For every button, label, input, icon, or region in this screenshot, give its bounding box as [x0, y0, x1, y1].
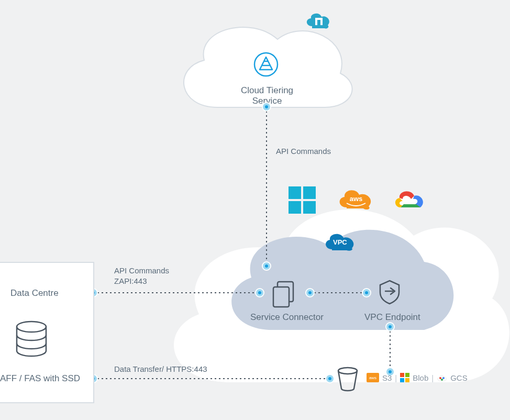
- svg-point-29: [328, 377, 331, 380]
- microsoft-small-icon: [400, 373, 409, 382]
- gcp-icon: [390, 182, 428, 214]
- storage-disk-icon: [13, 319, 50, 361]
- svg-rect-43: [400, 378, 404, 382]
- svg-point-38: [338, 368, 357, 374]
- svg-point-23: [389, 325, 392, 328]
- vpc-endpoint-icon: [375, 277, 404, 306]
- data-transfer-label: Data Transfer/ HTTPS:443: [114, 364, 207, 373]
- api-zapi-label-1: API Commands: [114, 266, 169, 275]
- sep-1: |: [395, 373, 397, 382]
- azure-icon: [285, 183, 319, 217]
- s3-label: S3: [382, 373, 392, 382]
- api-commands-vertical-label: API Commands: [276, 147, 331, 156]
- svg-rect-32: [289, 201, 301, 214]
- gcs-label: GCS: [450, 373, 468, 382]
- service-connector-label: Service Connector: [250, 312, 324, 323]
- vpc-badge-label: VPC: [333, 238, 347, 246]
- svg-text:aws: aws: [369, 375, 376, 380]
- aws-icon: aws: [335, 183, 377, 213]
- svg-rect-31: [303, 186, 316, 199]
- svg-point-45: [439, 377, 441, 379]
- aff-fas-label: AFF / FAS with SSD: [0, 373, 80, 384]
- svg-rect-44: [405, 378, 409, 382]
- svg-rect-41: [400, 373, 404, 377]
- gcp-small-icon: [437, 373, 447, 382]
- service-connector-icon: [268, 277, 301, 309]
- svg-rect-42: [405, 373, 409, 377]
- svg-point-37: [17, 322, 46, 332]
- svg-rect-36: [273, 287, 289, 307]
- svg-point-47: [441, 379, 443, 381]
- api-zapi-label-2: ZAPI:443: [114, 277, 147, 285]
- svg-rect-33: [303, 201, 316, 214]
- svg-point-19: [308, 291, 312, 294]
- svg-text:aws: aws: [350, 195, 363, 203]
- storage-targets: aws S3 | Blob | GCS: [367, 373, 468, 382]
- vpc-endpoint-label: VPC Endpoint: [364, 312, 420, 323]
- data-centre-title: Data Centre: [10, 288, 59, 299]
- bucket-icon: [335, 366, 360, 393]
- svg-point-46: [442, 377, 445, 379]
- svg-point-13: [265, 264, 268, 268]
- svg-point-17: [258, 291, 261, 294]
- aws-small-icon: aws: [367, 373, 379, 382]
- sep-2: |: [431, 373, 434, 382]
- blob-label: Blob: [413, 373, 428, 382]
- svg-rect-30: [289, 186, 301, 199]
- svg-point-21: [365, 291, 368, 294]
- svg-point-11: [265, 105, 268, 108]
